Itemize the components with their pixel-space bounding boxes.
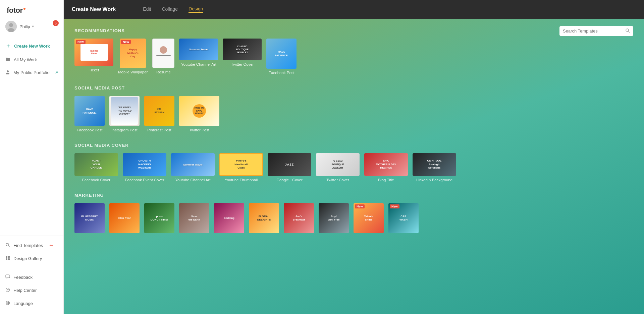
sidebar-item-all-my-work[interactable]: All My Work xyxy=(0,53,63,66)
svg-rect-10 xyxy=(8,258,10,260)
instagram-label: Instagram Post xyxy=(111,128,137,132)
sidebar-help-label: Help Center xyxy=(13,288,37,293)
section-social-media-cover: SOCIAL MEDIA COVER PLANTYOURGARDEN Faceb… xyxy=(74,143,633,182)
mkt-8-thumb: Buy!Get! Free xyxy=(319,203,349,233)
template-item-marketing-7[interactable]: Joe'sBreakfast xyxy=(284,203,314,233)
mkt-9-thumb: New TalentsShine xyxy=(354,203,384,233)
sidebar-item-feedback[interactable]: Feedback xyxy=(0,271,63,284)
search-icon xyxy=(5,243,10,248)
template-item-facebook-cover[interactable]: PLANTYOURGARDEN Facebook Cover xyxy=(74,153,118,182)
template-item-google-plus-cover[interactable]: JAZZ Google+ Cover xyxy=(268,153,311,182)
logo-text: fotor xyxy=(7,6,23,15)
sidebar-divider xyxy=(0,236,63,236)
svg-rect-11 xyxy=(6,275,10,278)
twitter-cover-label: Twitter Cover xyxy=(231,62,254,66)
main-content: Create New Work Edit Collage Design RECO… xyxy=(64,0,644,314)
sidebar-feedback-label: Feedback xyxy=(13,275,33,280)
fb-event-cover-label: Facebook Event Cover xyxy=(125,178,164,182)
header-divider xyxy=(132,6,132,13)
marketing-row: BLUEBERRYMUSIC Ellen Penn pocoDONUT TIME… xyxy=(74,203,633,233)
sidebar-nav: ＋ Create New Work All My Work My Public … xyxy=(0,38,63,136)
youtube-channel-label: Youtube Channel Art xyxy=(181,62,216,66)
sidebar-item-design-gallery[interactable]: Design Gallery xyxy=(0,252,63,265)
sidebar-item-my-public-portfolio[interactable]: My Public Portfolio ↗ xyxy=(0,66,63,79)
header: Create New Work Edit Collage Design xyxy=(64,0,644,19)
facebook-post-rec-label: Facebook Post xyxy=(269,71,294,75)
facebook-post-thumb: HAVEPATIENCE. xyxy=(266,39,297,69)
blog-title-thumb: EPICMOTHER'S DAYRECIPES xyxy=(364,153,408,176)
sidebar-language-label: Language xyxy=(13,301,33,306)
template-item-twitter-post[interactable]: HOW TOSAVEMONEY Twitter Post xyxy=(179,96,219,132)
template-item-pinterest-post[interactable]: 20+STYLISH Pinterest Post xyxy=(144,96,174,132)
mkt-3-thumb: pocoDONUT TIME! xyxy=(144,203,174,233)
svg-rect-9 xyxy=(6,258,7,260)
language-icon xyxy=(5,301,10,306)
new-badge-mkt10: New xyxy=(390,204,399,208)
mkt-2-thumb: Ellen Penn xyxy=(109,203,140,233)
svg-rect-8 xyxy=(8,256,10,258)
social-media-cover-row: PLANTYOURGARDEN Facebook Cover GROWTHHAC… xyxy=(74,153,633,182)
tab-design[interactable]: Design xyxy=(189,6,203,13)
template-item-twitter-cover[interactable]: CLASSICBOUTIQUEJEWELRY Twitter Cover xyxy=(223,39,262,75)
template-item-blog-title[interactable]: EPICMOTHER'S DAYRECIPES Blog Title xyxy=(364,153,408,182)
tab-edit[interactable]: Edit xyxy=(143,6,151,12)
template-item-facebook-event-cover[interactable]: GROWTHHACKINGWEBINAR Facebook Event Cove… xyxy=(123,153,166,182)
twitter-post-thumb: HOW TOSAVEMONEY xyxy=(179,96,219,126)
tab-collage[interactable]: Collage xyxy=(162,6,177,12)
yt-thumb-thumb: Pinero'sHandicraftClass xyxy=(219,153,263,176)
template-item-youtube-channel[interactable]: Summer Travel Youtube Channel Art xyxy=(179,39,218,75)
ticket-thumb: New TalentsShine xyxy=(74,39,113,66)
template-item-marketing-9[interactable]: New TalentsShine xyxy=(354,203,384,233)
notification-badge[interactable]: 6 xyxy=(53,20,59,26)
mobile-wallpaper-thumb: New HappyMother'sDay xyxy=(120,39,146,68)
template-item-twitter-cover-smc[interactable]: CLASSICBOUTIQUEJEWELRY Twitter Cover xyxy=(316,153,360,182)
external-link-icon: ↗ xyxy=(55,70,58,75)
search-magnifier-icon xyxy=(625,28,630,34)
sidebar-item-language[interactable]: Language xyxy=(0,297,63,310)
user-profile-area[interactable]: Philip ▼ 6 xyxy=(0,18,63,38)
social-media-post-row: HAVEPATIENCE. Facebook Post "BE HAPPYTHE… xyxy=(74,96,633,132)
template-item-marketing-3[interactable]: pocoDONUT TIME! xyxy=(144,203,174,233)
template-item-mobile-wallpaper[interactable]: New HappyMother'sDay Mobile Wallpaper xyxy=(118,39,148,75)
template-item-facebook-post-rec[interactable]: HAVEPATIENCE. Facebook Post xyxy=(266,39,297,75)
plus-icon: ＋ xyxy=(5,43,11,50)
svg-line-19 xyxy=(629,32,630,33)
ticket-label: Ticket xyxy=(89,68,99,72)
sidebar-item-help-center[interactable]: ? Help Center xyxy=(0,284,63,297)
mkt-4-thumb: Savethe Earth xyxy=(179,203,209,233)
search-input[interactable] xyxy=(563,28,623,34)
svg-point-18 xyxy=(626,29,629,32)
new-badge-mkt9: New xyxy=(355,204,365,208)
blog-title-label: Blog Title xyxy=(378,178,394,182)
sidebar-item-create-new-work[interactable]: ＋ Create New Work xyxy=(0,39,63,53)
content-area: RECOMMENDATIONS New TalentsShine Ticket xyxy=(64,19,644,314)
sidebar: fotor Philip ▼ 6 ＋ Create New Work All M… xyxy=(0,0,64,314)
template-item-facebook-post[interactable]: HAVEPATIENCE. Facebook Post xyxy=(74,96,105,132)
template-item-yt-channel-art[interactable]: Summer Travel Youtube Channel Art xyxy=(171,153,215,182)
template-item-ticket[interactable]: New TalentsShine Ticket xyxy=(74,39,113,75)
section-social-media-cover-title: SOCIAL MEDIA COVER xyxy=(74,143,633,148)
mkt-7-thumb: Joe'sBreakfast xyxy=(284,203,314,233)
folder-icon xyxy=(5,57,10,62)
template-item-marketing-5[interactable]: Bedding xyxy=(214,203,244,233)
sidebar-item-find-templates[interactable]: Find Templates ← xyxy=(0,239,63,252)
sidebar-create-label: Create New Work xyxy=(14,44,50,49)
template-item-marketing-4[interactable]: Savethe Earth xyxy=(179,203,209,233)
template-item-linkedin-background[interactable]: OMNITOOLStrategicSolutions LinkedIn Back… xyxy=(413,153,456,182)
section-social-media-post: SOCIAL MEDIA POST HAVEPATIENCE. Facebook… xyxy=(74,85,633,132)
sidebar-all-my-work-label: All My Work xyxy=(14,57,37,62)
template-item-marketing-10[interactable]: New CARWASH xyxy=(388,203,419,233)
avatar xyxy=(5,21,17,32)
user-name[interactable]: Philip ▼ xyxy=(19,24,35,29)
section-recommendations-title: RECOMMENDATIONS xyxy=(74,28,633,33)
svg-point-5 xyxy=(6,243,9,246)
section-marketing: MARKETING BLUEBERRYMUSIC Ellen Penn poco… xyxy=(74,193,633,233)
template-item-resume[interactable]: Resume xyxy=(152,39,174,75)
template-item-youtube-thumbnail[interactable]: Pinero'sHandicraftClass Youtube Thumbnai… xyxy=(219,153,263,182)
template-item-marketing-2[interactable]: Ellen Penn xyxy=(109,203,140,233)
twitter-cover-thumb: CLASSICBOUTIQUEJEWELRY xyxy=(223,39,262,60)
template-item-marketing-8[interactable]: Buy!Get! Free xyxy=(319,203,349,233)
template-item-marketing-1[interactable]: BLUEBERRYMUSIC xyxy=(74,203,105,233)
template-item-instagram-post[interactable]: "BE HAPPYTHE WORLDIS FREE" Instagram Pos… xyxy=(109,96,140,132)
template-item-marketing-6[interactable]: FLORALDELIGHTS xyxy=(249,203,279,233)
